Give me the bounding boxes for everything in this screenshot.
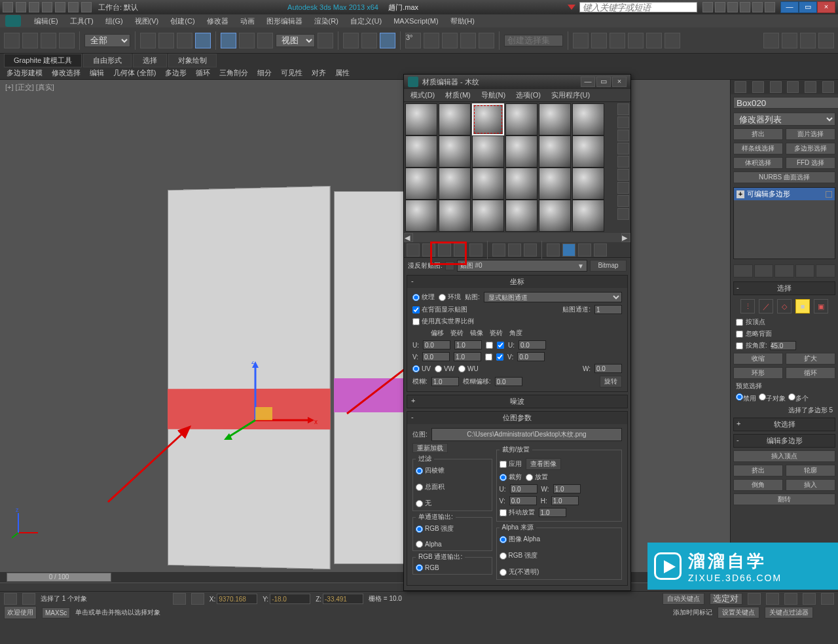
rad-crop[interactable] — [500, 474, 507, 481]
btn-ffdsel[interactable]: FFD 选择 — [786, 157, 835, 169]
rsub-edit[interactable]: 编辑 — [86, 67, 108, 79]
setkey-button[interactable]: 设置关键点 — [718, 607, 759, 618]
u-tiling[interactable] — [454, 340, 482, 349]
chk-byangle[interactable] — [736, 342, 743, 349]
unlink-button[interactable] — [59, 33, 75, 48]
rsub-geom[interactable]: 几何体 (全部) — [109, 67, 160, 79]
menu-edit[interactable]: 编辑(E) — [29, 15, 64, 27]
maximize-button[interactable]: ▭ — [799, 1, 817, 13]
rsub-poly[interactable]: 多边形 — [161, 67, 191, 79]
v-angle[interactable] — [517, 352, 545, 361]
slot[interactable] — [572, 200, 604, 232]
slot[interactable] — [439, 135, 471, 168]
btn-flip[interactable]: 翻转 — [733, 493, 835, 505]
rad-texture[interactable] — [412, 294, 420, 301]
chk-apply[interactable] — [500, 461, 507, 468]
stack-ctrl[interactable] — [795, 264, 815, 277]
slot[interactable] — [572, 135, 604, 168]
ribbon-tab-selection[interactable]: 选择 — [133, 54, 167, 67]
rad-none[interactable] — [416, 500, 423, 507]
minimize-button[interactable]: — — [780, 1, 799, 13]
v-offset[interactable] — [422, 352, 450, 361]
chk-byvertex[interactable] — [736, 319, 743, 326]
btn-grow[interactable]: 扩大 — [786, 353, 835, 365]
me-hscroll[interactable]: ◀▶ — [404, 233, 630, 242]
btn-outline[interactable]: 轮廓 — [786, 465, 835, 476]
reload-button[interactable]: 重新加载 — [412, 443, 448, 453]
rad-uv[interactable] — [412, 365, 420, 372]
render-button[interactable] — [800, 33, 816, 48]
coord-y[interactable] — [270, 594, 310, 604]
chk-showbg[interactable] — [412, 306, 420, 313]
me-menu-util[interactable]: 实用程序(U) — [547, 89, 594, 101]
ic-btn[interactable] — [727, 2, 738, 12]
so-edge[interactable]: ／ — [759, 299, 773, 313]
me-side-btn[interactable] — [617, 208, 629, 220]
slot[interactable] — [572, 168, 604, 200]
rad-subobj[interactable] — [759, 393, 766, 401]
chk-jitter[interactable] — [500, 509, 507, 516]
menu-modifiers[interactable]: 修改器 — [202, 15, 234, 27]
workspace-label[interactable]: 工作台: 默认 — [98, 3, 138, 12]
menu-maxscript[interactable]: MAXScript(M) — [388, 16, 443, 26]
slot-selected[interactable] — [472, 103, 504, 135]
chk-ignorebf[interactable] — [736, 331, 743, 338]
selectname-button[interactable] — [158, 33, 174, 48]
rectsel-button[interactable] — [177, 33, 192, 48]
slot[interactable] — [472, 200, 504, 232]
utility-tab-icon[interactable] — [822, 81, 834, 93]
menu-customize[interactable]: 自定义(U) — [345, 15, 387, 27]
scale-button[interactable] — [257, 33, 273, 48]
crop-u[interactable] — [510, 484, 537, 493]
rotate-button[interactable]: 旋转 — [600, 376, 622, 387]
motion-tab-icon[interactable] — [787, 81, 799, 93]
stack-item-editpoly[interactable]: +可编辑多边形 — [734, 188, 835, 200]
so-vertex[interactable]: ⋮ — [740, 299, 755, 313]
menu-views[interactable]: 视图(V) — [130, 15, 164, 27]
autokey-button[interactable]: 自动关键点 — [663, 593, 704, 605]
btn-volsel[interactable]: 体积选择 — [733, 157, 783, 169]
slot[interactable] — [405, 135, 437, 168]
infocenter-arrow[interactable] — [568, 5, 575, 10]
crop-h[interactable] — [551, 496, 579, 505]
menu-grapheditors[interactable]: 图形编辑器 — [261, 15, 308, 27]
keyfilter-button[interactable]: 关键点过滤器 — [765, 607, 813, 618]
coord-x[interactable] — [217, 594, 257, 604]
rad-rgbint[interactable] — [416, 526, 423, 533]
slot[interactable] — [539, 200, 571, 232]
angle-spinner[interactable] — [770, 341, 796, 350]
menu-group[interactable]: 组(G) — [100, 15, 128, 27]
renderframe-button[interactable] — [782, 33, 797, 48]
rad-none2[interactable] — [500, 569, 507, 576]
modify-tab-icon[interactable] — [752, 81, 764, 93]
slot[interactable] — [572, 103, 604, 135]
slot[interactable] — [405, 168, 437, 200]
me-side-btn[interactable] — [617, 195, 629, 207]
me-side-btn[interactable] — [617, 103, 629, 115]
renderset-button[interactable] — [763, 33, 779, 48]
rad-vw[interactable] — [435, 365, 442, 372]
select-button[interactable] — [140, 33, 156, 48]
snap-spinner-button[interactable] — [442, 33, 458, 48]
rsub-tri[interactable]: 三角剖分 — [215, 67, 252, 79]
me-side-btn[interactable] — [617, 156, 629, 168]
w-angle[interactable] — [594, 364, 622, 373]
lock-icon[interactable] — [173, 593, 186, 605]
me-side-btn[interactable] — [617, 130, 629, 141]
qat-btn[interactable] — [3, 2, 13, 12]
slot[interactable] — [472, 135, 504, 168]
so-border[interactable]: ◇ — [777, 299, 792, 313]
menu-animation[interactable]: 动画 — [235, 15, 260, 27]
close-button[interactable]: × — [817, 1, 835, 13]
curveeditor-button[interactable] — [628, 33, 644, 48]
modifier-list-select[interactable]: 修改器列表 — [733, 113, 835, 126]
menu-create[interactable]: 创建(C) — [165, 15, 200, 27]
viewimage-button[interactable]: 查看图像 — [526, 458, 561, 470]
btn-splinesel[interactable]: 样条线选择 — [733, 143, 783, 154]
schematic-button[interactable] — [646, 33, 662, 48]
me-tb-goparent[interactable] — [547, 243, 560, 257]
ribbon-tab-graphite[interactable]: Graphite 建模工具 — [4, 54, 82, 67]
u-offset[interactable] — [423, 340, 450, 349]
move-button[interactable] — [221, 33, 236, 48]
stack-ctrl[interactable] — [774, 264, 794, 277]
